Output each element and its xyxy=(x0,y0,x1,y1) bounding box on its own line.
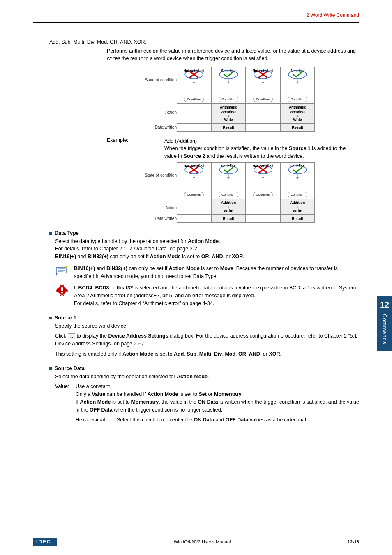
svg-marker-15 xyxy=(296,82,299,84)
svg-marker-4 xyxy=(193,82,195,84)
header-rule xyxy=(33,22,359,23)
ellipsis-button[interactable]: ... xyxy=(68,333,75,339)
diagram-addition: State of condition Not satisfiedConditio… xyxy=(123,162,359,223)
diagram-arithmetic: State of condition Not satisfiedConditio… xyxy=(123,67,359,132)
footer: IDEC WindO/I-NV2 User’s Manual 12-13 xyxy=(33,534,359,546)
action-label: Action xyxy=(123,104,177,123)
data-type-body: Select the data type handled by the oper… xyxy=(55,238,359,261)
svg-rect-34 xyxy=(61,287,63,291)
source1-enabled: This setting is enabled only if Action M… xyxy=(55,350,359,358)
svg-marker-28 xyxy=(262,177,264,179)
svg-marker-31 xyxy=(296,177,299,179)
hex-row: Hexadecimal: Select this check box to en… xyxy=(76,416,359,424)
source1-body: Specify the source word device. xyxy=(55,322,359,330)
example-body: Add (Addition) When the trigger conditio… xyxy=(164,137,359,160)
note-info-icon xyxy=(55,265,69,278)
note-warning: If BCD4, BCD8 or float32 is selected and… xyxy=(55,284,359,307)
state-label: State of condition xyxy=(123,67,177,104)
chapter-tab: 12 Commands xyxy=(377,296,392,351)
intro-desc: Performs arithmetic on the value in a re… xyxy=(107,47,359,62)
svg-point-35 xyxy=(61,292,63,294)
header-section-title: 2 Word Write Command xyxy=(33,12,359,18)
svg-marker-7 xyxy=(227,82,230,84)
svg-marker-20 xyxy=(193,177,195,179)
bullet-icon xyxy=(49,232,52,235)
intro-title: Add, Sub, Multi, Div, Mod, OR, AND, XOR: xyxy=(49,39,359,45)
source1-head: Source 1 xyxy=(49,315,359,321)
source1-click: Click ... to display the Device Address … xyxy=(55,332,359,348)
note-info: BIN16(+) and BIN32(+) can only be set if… xyxy=(55,265,359,280)
source-data-body: Select the data handled by the operation… xyxy=(55,373,359,381)
source-data-head: Source Data xyxy=(49,365,359,371)
data-label: Data written xyxy=(123,123,177,132)
svg-marker-12 xyxy=(262,82,264,84)
footer-title: WindO/I-NV2 User’s Manual xyxy=(174,539,231,544)
bullet-icon xyxy=(49,367,52,370)
value-row: Value: Use a constant. Only a Value can … xyxy=(55,383,359,414)
svg-marker-23 xyxy=(227,177,230,179)
note-warning-icon xyxy=(55,284,69,298)
footer-page: 12-13 xyxy=(348,539,359,544)
example-label: Example: xyxy=(107,137,164,160)
footer-brand: IDEC xyxy=(33,538,57,546)
data-type-head: Data Type xyxy=(49,230,359,236)
bullet-icon xyxy=(49,317,52,319)
